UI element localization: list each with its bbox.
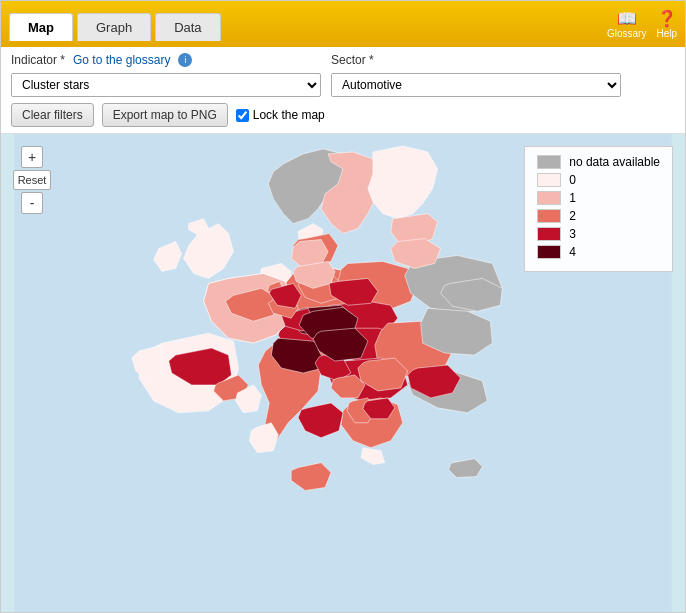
tabs: Map Graph Data xyxy=(9,13,221,41)
glossary-button[interactable]: 📖 Glossary xyxy=(607,9,646,39)
reset-button[interactable]: Reset xyxy=(13,170,51,190)
help-icon: ❓ xyxy=(657,9,677,28)
sector-label: Sector * xyxy=(331,53,374,67)
export-button[interactable]: Export map to PNG xyxy=(102,103,228,127)
tab-map[interactable]: Map xyxy=(9,13,73,41)
map-area: + Reset - no data available 0 1 2 xyxy=(1,134,685,612)
zoom-out-button[interactable]: - xyxy=(21,192,43,214)
tab-data[interactable]: Data xyxy=(155,13,220,41)
zoom-in-button[interactable]: + xyxy=(21,146,43,168)
indicator-label: Indicator * xyxy=(11,53,65,67)
legend-label-2: 2 xyxy=(569,209,576,223)
sector-group: Sector * Automotive xyxy=(331,53,621,97)
indicator-select[interactable]: Cluster stars xyxy=(11,73,321,97)
clear-filters-button[interactable]: Clear filters xyxy=(11,103,94,127)
glossary-label: Glossary xyxy=(607,28,646,39)
sector-label-row: Sector * xyxy=(331,53,621,67)
header-icons: 📖 Glossary ❓ Help xyxy=(607,9,677,45)
indicator-group: Indicator * Go to the glossary i Cluster… xyxy=(11,53,321,97)
legend-label-1: 1 xyxy=(569,191,576,205)
indicator-label-row: Indicator * Go to the glossary i xyxy=(11,53,321,67)
legend-item-3: 3 xyxy=(537,227,660,241)
lock-text: Lock the map xyxy=(253,108,325,122)
tab-graph[interactable]: Graph xyxy=(77,13,151,41)
legend-label-4: 4 xyxy=(569,245,576,259)
legend-item-1: 1 xyxy=(537,191,660,205)
legend-label-nodata: no data available xyxy=(569,155,660,169)
tab-bar: Map Graph Data 📖 Glossary ❓ Help xyxy=(1,1,685,47)
legend-item-0: 0 xyxy=(537,173,660,187)
help-button[interactable]: ❓ Help xyxy=(656,9,677,39)
legend-color-2 xyxy=(537,209,561,223)
app-container: Map Graph Data 📖 Glossary ❓ Help Indicat… xyxy=(0,0,686,613)
legend-color-nodata xyxy=(537,155,561,169)
controls-area: Indicator * Go to the glossary i Cluster… xyxy=(1,47,685,134)
legend-label-0: 0 xyxy=(569,173,576,187)
legend-item-2: 2 xyxy=(537,209,660,223)
legend-item-4: 4 xyxy=(537,245,660,259)
lock-checkbox[interactable] xyxy=(236,109,249,122)
zoom-controls: + Reset - xyxy=(13,146,51,214)
legend-color-1 xyxy=(537,191,561,205)
info-icon[interactable]: i xyxy=(178,53,192,67)
legend-item-nodata: no data available xyxy=(537,155,660,169)
legend-label-3: 3 xyxy=(569,227,576,241)
selects-row: Indicator * Go to the glossary i Cluster… xyxy=(11,53,675,97)
glossary-link[interactable]: Go to the glossary xyxy=(73,53,170,67)
help-label: Help xyxy=(656,28,677,39)
legend-color-3 xyxy=(537,227,561,241)
glossary-icon: 📖 xyxy=(617,9,637,28)
legend: no data available 0 1 2 3 4 xyxy=(524,146,673,272)
legend-color-4 xyxy=(537,245,561,259)
sector-select[interactable]: Automotive xyxy=(331,73,621,97)
legend-color-0 xyxy=(537,173,561,187)
lock-label[interactable]: Lock the map xyxy=(236,108,325,122)
buttons-row: Clear filters Export map to PNG Lock the… xyxy=(11,103,675,127)
